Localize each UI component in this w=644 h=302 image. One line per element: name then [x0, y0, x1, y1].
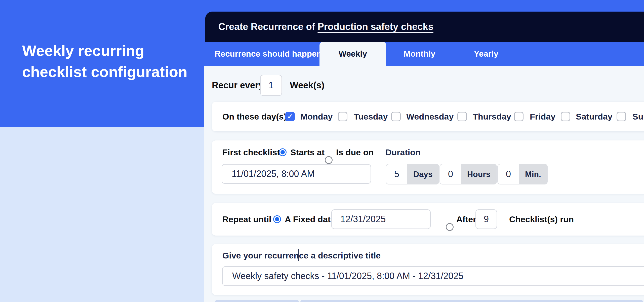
- repeat-until-label: Repeat until: [222, 214, 271, 224]
- checkbox-saturday[interactable]: [561, 112, 570, 121]
- label-wednesday[interactable]: Wednesday: [406, 112, 454, 122]
- checkbox-friday[interactable]: [514, 112, 524, 121]
- duration-days-input[interactable]: [386, 164, 407, 184]
- fixed-date-label[interactable]: A Fixed date: [285, 214, 335, 224]
- recur-every-unit-label: Week(s): [290, 80, 324, 91]
- radio-after[interactable]: [446, 223, 454, 231]
- tab-weekly[interactable]: Weekly: [319, 42, 386, 66]
- duration-label: Duration: [385, 147, 421, 157]
- tab-monthly[interactable]: Monthly: [386, 42, 453, 66]
- tab-bar: Recurrence should happen Weekly Monthly …: [204, 42, 644, 66]
- label-monday[interactable]: Monday: [300, 112, 333, 122]
- checklists-run-label: Checklist(s) run: [509, 214, 574, 224]
- duration-minutes-unit: Min.: [519, 164, 547, 184]
- main-panel: Create Recurrence of Production safety c…: [204, 0, 644, 302]
- check-icon: ✓: [287, 112, 293, 121]
- radio-fixed-date[interactable]: [273, 215, 281, 223]
- recur-every-label: Recur every: [212, 80, 264, 91]
- duration-days-group: Days: [386, 164, 439, 184]
- tab-bar-caption: Recurrence should happen: [215, 42, 321, 66]
- tab-yearly[interactable]: Yearly: [453, 42, 519, 66]
- checklist-link[interactable]: Production safety checks: [317, 21, 433, 32]
- title-field-label: Give your recurrence a descriptive title: [222, 251, 381, 260]
- modal-title: Create Recurrence of: [218, 21, 315, 32]
- duration-minutes-group: Min.: [497, 164, 548, 184]
- starts-at-label[interactable]: Starts at: [290, 147, 325, 157]
- radio-starts-at[interactable]: [279, 148, 287, 156]
- start-datetime-input[interactable]: [222, 164, 371, 184]
- text-cursor: [298, 249, 299, 261]
- after-count-input[interactable]: [475, 209, 497, 229]
- label-thursday[interactable]: Thursday: [473, 112, 511, 122]
- label-tuesday[interactable]: Tuesday: [354, 112, 388, 122]
- days-card: On these day(s) ✓ Monday Tuesday Wednesd…: [212, 102, 644, 131]
- first-checklist-card: First checklist Starts at Is due on Dura…: [212, 140, 644, 194]
- radio-is-due-on[interactable]: [325, 156, 333, 164]
- duration-hours-unit: Hours: [461, 164, 496, 184]
- checkbox-wednesday[interactable]: [391, 112, 401, 121]
- next-section-peek-left: [215, 300, 299, 302]
- title-card: Give your recurrence a descriptive title: [212, 244, 644, 295]
- duration-hours-group: Hours: [439, 164, 497, 184]
- repeat-until-card: Repeat until A Fixed date After Checklis…: [212, 203, 644, 236]
- recur-every-row: Recur every Week(s): [212, 75, 388, 96]
- sidebar-lower-background: [0, 127, 204, 302]
- first-checklist-label: First checklist: [222, 147, 280, 157]
- next-section-peek-right: [300, 300, 643, 302]
- checkbox-sunday[interactable]: [617, 112, 626, 121]
- checkbox-thursday[interactable]: [457, 112, 467, 121]
- first-checklist-row: First checklist Starts at Is due on Dura…: [212, 143, 644, 161]
- after-label[interactable]: After: [456, 214, 476, 224]
- label-sunday[interactable]: Sunday: [632, 112, 644, 122]
- checkbox-tuesday[interactable]: [338, 112, 347, 121]
- duration-days-unit: Days: [407, 164, 439, 184]
- duration-hours-input[interactable]: [440, 164, 461, 184]
- modal-header: Create Recurrence of Production safety c…: [205, 12, 644, 42]
- duration-minutes-input[interactable]: [498, 164, 519, 184]
- page-title: Weekly recurring checklist configuration: [22, 40, 198, 83]
- label-saturday[interactable]: Saturday: [576, 112, 613, 122]
- label-friday[interactable]: Friday: [530, 112, 555, 122]
- days-label: On these day(s): [222, 112, 287, 122]
- is-due-on-label[interactable]: Is due on: [336, 147, 374, 157]
- recur-interval-input[interactable]: [260, 75, 282, 96]
- checkbox-monday[interactable]: ✓: [285, 112, 295, 121]
- fixed-date-input[interactable]: [331, 209, 431, 229]
- recurrence-title-input[interactable]: [222, 266, 644, 286]
